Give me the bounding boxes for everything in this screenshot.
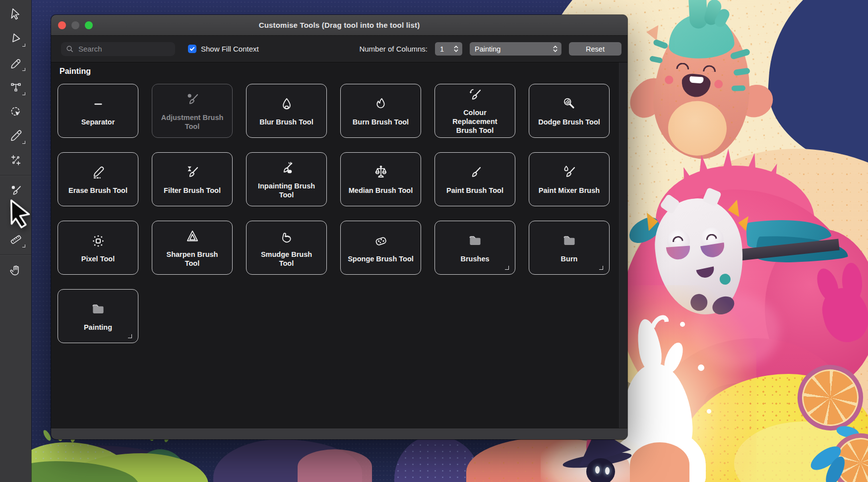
columns-stepper[interactable]: 1 [435,42,462,56]
close-button[interactable] [58,21,66,29]
dialog-footer [51,428,627,439]
tool-card-label: Pixel Tool [81,254,115,263]
tool-card-label: Burn Brush Tool [353,118,409,126]
flyout-corner-icon [22,44,25,47]
folder-icon [466,232,484,250]
node-arrow-icon [8,31,23,46]
tool-card-brushes[interactable]: Brushes [434,221,515,275]
tool-card-erase-brush-tool[interactable]: Erase Brush Tool [58,152,138,206]
tool-card-sharpen-brush-tool[interactable]: Sharpen Brush Tool [152,221,233,275]
show-fill-context-group[interactable]: Show Fill Context [188,45,259,53]
nodes-plus-icon [8,153,23,168]
creature-stripe [732,85,745,91]
sponge-icon [372,232,390,250]
ruler-icon [8,232,23,247]
tools-sidebar [0,0,31,482]
reset-button[interactable]: Reset [569,42,621,56]
sidebar-selection-brush-tool[interactable] [0,99,31,123]
tool-card-inpainting-brush-tool[interactable]: Inpainting Brush Tool [246,152,327,206]
tool-card-paint-brush-tool[interactable]: Paint Brush Tool [434,152,515,206]
sidebar-node-tool[interactable] [0,26,31,51]
category-dropdown[interactable]: Painting [470,42,561,56]
tool-card-label: Adjustment Brush Tool [159,113,226,131]
tool-card-median-brush-tool[interactable]: Median Brush Tool [340,152,421,206]
show-fill-context-checkbox[interactable] [188,45,196,53]
tool-card-paint-mixer-brush[interactable]: Paint Mixer Brush [529,152,610,206]
pixel-icon [89,232,107,250]
check-icon [189,46,195,52]
search-input[interactable] [77,44,170,54]
folder-icon [560,232,578,250]
tool-card-painting[interactable]: Painting [58,289,138,343]
sidebar-frame-tool[interactable] [0,75,31,99]
tool-card-label: Inpainting Brush Tool [253,181,320,199]
stepper-arrows-icon[interactable] [453,45,459,53]
sidebar-pencil-tool[interactable] [0,51,31,75]
mask-eye-arc [672,236,683,242]
flyout-corner-icon [128,334,132,338]
toolbar-right-group: Number of Columns: 1 Painting Reset [359,42,621,56]
tool-card-separator[interactable]: Separator [58,84,138,138]
window-controls [58,21,93,29]
zoom-button[interactable] [85,21,93,29]
sidebar-divider [0,175,31,176]
creature-teeth [689,76,704,84]
mask-eyelid [666,246,691,260]
screen: Customise Tools (Drag tool into the tool… [0,0,868,482]
tool-card-label: Brushes [460,254,489,263]
columns-value: 1 [440,45,444,53]
sidebar-pan-tool[interactable] [0,258,31,282]
dialog-title: Customise Tools (Drag tool into the tool… [259,21,420,29]
tool-card-label: Smudge Brush Tool [253,250,320,268]
tool-card-dodge-brush-tool[interactable]: Dodge Brush Tool [529,84,610,138]
dialog-content: Painting SeparatorAdjustment Brush ToolB… [51,62,627,428]
dropdown-chevrons-icon [553,45,558,53]
tool-card-smudge-brush-tool[interactable]: Smudge Brush Tool [246,221,327,275]
tool-card-burn[interactable]: Burn [529,221,610,275]
adjustment-brush-icon [8,183,23,198]
scrollbar-track[interactable] [619,62,627,428]
median-scales-icon [372,164,390,181]
flyout-corner-icon [22,244,25,247]
selection-icon [8,104,23,119]
mask-mouth [696,266,715,279]
flame-icon [372,95,390,113]
orange-creature [638,2,767,170]
wizard-creature [560,435,645,482]
tool-card-sponge-brush-tool[interactable]: Sponge Brush Tool [340,221,421,275]
sidebar-colour-picker-tool[interactable] [0,123,31,148]
minimize-button[interactable] [71,21,79,29]
sidebar-divider [0,254,31,255]
flame-spark [698,364,704,371]
wizard-eye [605,467,610,475]
sidebar-move-tool[interactable] [0,2,31,26]
tool-card-colour-replacement-brush-tool[interactable]: Colour Replacement Brush Tool [434,84,515,138]
tool-card-label: Erase Brush Tool [68,186,127,195]
tool-card-burn-brush-tool[interactable]: Burn Brush Tool [340,84,421,138]
mixer-brush-icon [560,164,578,181]
creature-stripe [649,56,663,63]
ground-scene [0,432,868,482]
paint-brush-icon [466,164,484,181]
tool-card-filter-brush-tool[interactable]: Filter Brush Tool [152,152,233,206]
tool-card-adjustment-brush-tool: Adjustment Brush Tool [152,84,233,138]
monster-paw [818,268,868,346]
wizard-face [586,458,615,482]
tool-card-label: Blur Brush Tool [259,118,313,126]
cursor-icon [8,7,23,22]
dodge-icon [560,95,578,113]
flyout-corner-icon [599,266,603,270]
flyout-corner-icon [22,141,25,144]
search-icon [66,45,73,53]
tool-card-blur-brush-tool[interactable]: Blur Brush Tool [246,84,327,138]
sidebar-mesh-tool[interactable] [0,148,31,172]
tool-card-pixel-tool[interactable]: Pixel Tool [58,221,138,275]
tool-card-label: Paint Mixer Brush [539,186,600,195]
filter-brush-icon [184,164,201,181]
tool-card-label: Burn [561,254,578,263]
pencil-icon [8,56,23,70]
category-value: Painting [475,45,500,53]
dialog-titlebar[interactable]: Customise Tools (Drag tool into the tool… [51,15,627,36]
mouse-cursor-icon [7,197,35,232]
search-field[interactable] [61,42,175,56]
